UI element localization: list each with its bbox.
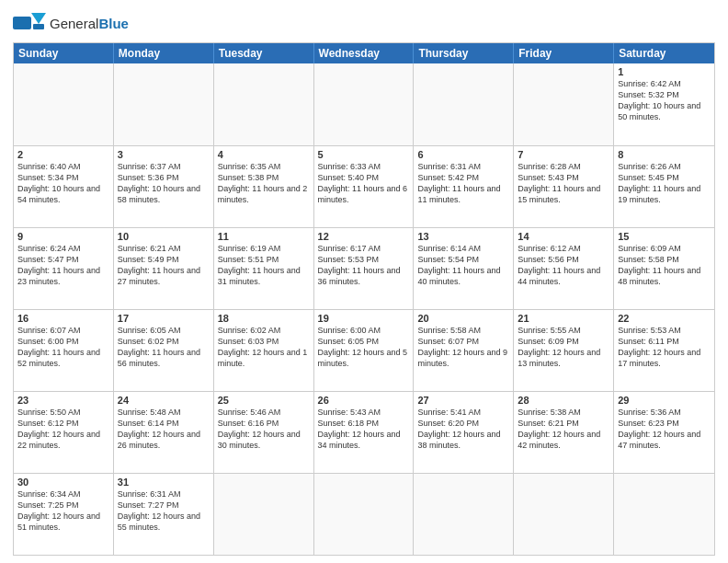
- day-number: 8: [618, 149, 711, 160]
- calendar: SundayMondayTuesdayWednesdayThursdayFrid…: [13, 42, 715, 556]
- calendar-body: 1Sunrise: 6:42 AM Sunset: 5:32 PM Daylig…: [14, 63, 714, 555]
- calendar-cell: [414, 474, 514, 555]
- day-info: Sunrise: 5:36 AM Sunset: 6:23 PM Dayligh…: [618, 407, 711, 452]
- day-number: 20: [417, 313, 509, 324]
- calendar-cell: [214, 63, 314, 145]
- calendar-cell: 16Sunrise: 6:07 AM Sunset: 6:00 PM Dayli…: [14, 310, 114, 391]
- calendar-cell: [314, 474, 415, 555]
- header: GeneralBlue: [13, 9, 715, 37]
- day-info: Sunrise: 6:05 AM Sunset: 6:02 PM Dayligh…: [118, 325, 210, 370]
- day-info: Sunrise: 6:24 AM Sunset: 5:47 PM Dayligh…: [17, 243, 109, 288]
- day-number: 10: [118, 231, 210, 242]
- day-info: Sunrise: 5:53 AM Sunset: 6:11 PM Dayligh…: [618, 325, 711, 370]
- day-info: Sunrise: 6:00 AM Sunset: 6:05 PM Dayligh…: [318, 325, 410, 370]
- day-info: Sunrise: 6:02 AM Sunset: 6:03 PM Dayligh…: [218, 325, 310, 370]
- day-number: 22: [618, 313, 711, 324]
- day-number: 18: [218, 313, 310, 324]
- day-info: Sunrise: 6:21 AM Sunset: 5:49 PM Dayligh…: [118, 243, 210, 288]
- day-number: 14: [518, 231, 609, 242]
- day-info: Sunrise: 6:31 AM Sunset: 5:42 PM Dayligh…: [417, 161, 509, 206]
- day-number: 26: [318, 395, 410, 406]
- day-info: Sunrise: 6:19 AM Sunset: 5:51 PM Dayligh…: [218, 243, 310, 288]
- day-number: 27: [417, 395, 509, 406]
- calendar-week-1: 1Sunrise: 6:42 AM Sunset: 5:32 PM Daylig…: [14, 63, 714, 145]
- day-number: 15: [618, 231, 711, 242]
- day-info: Sunrise: 6:37 AM Sunset: 5:36 PM Dayligh…: [118, 161, 210, 206]
- calendar-cell: 14Sunrise: 6:12 AM Sunset: 5:56 PM Dayli…: [514, 228, 614, 309]
- day-number: 6: [417, 149, 509, 160]
- day-number: 23: [17, 395, 109, 406]
- day-number: 11: [218, 231, 310, 242]
- calendar-cell: 1Sunrise: 6:42 AM Sunset: 5:32 PM Daylig…: [614, 63, 714, 145]
- calendar-cell: 27Sunrise: 5:41 AM Sunset: 6:20 PM Dayli…: [414, 392, 514, 473]
- calendar-cell: 22Sunrise: 5:53 AM Sunset: 6:11 PM Dayli…: [614, 310, 714, 391]
- calendar-cell: [214, 474, 314, 555]
- day-number: 28: [518, 395, 609, 406]
- calendar-cell: 17Sunrise: 6:05 AM Sunset: 6:02 PM Dayli…: [114, 310, 214, 391]
- calendar-cell: [614, 474, 714, 555]
- day-info: Sunrise: 6:09 AM Sunset: 5:58 PM Dayligh…: [618, 243, 711, 288]
- logo-area: GeneralBlue: [13, 9, 129, 37]
- day-number: 12: [318, 231, 410, 242]
- calendar-cell: 11Sunrise: 6:19 AM Sunset: 5:51 PM Dayli…: [214, 228, 314, 309]
- calendar-cell: 4Sunrise: 6:35 AM Sunset: 5:38 PM Daylig…: [214, 146, 314, 227]
- header-day-monday: Monday: [114, 43, 214, 63]
- calendar-cell: [14, 63, 114, 145]
- generalblue-logo-icon: [13, 9, 46, 37]
- calendar-header: SundayMondayTuesdayWednesdayThursdayFrid…: [14, 43, 714, 63]
- calendar-cell: [514, 63, 614, 145]
- day-number: 5: [318, 149, 410, 160]
- day-number: 30: [17, 477, 109, 488]
- day-info: Sunrise: 6:28 AM Sunset: 5:43 PM Dayligh…: [518, 161, 609, 206]
- day-info: Sunrise: 6:40 AM Sunset: 5:34 PM Dayligh…: [17, 161, 109, 206]
- day-number: 4: [218, 149, 310, 160]
- calendar-cell: 24Sunrise: 5:48 AM Sunset: 6:14 PM Dayli…: [114, 392, 214, 473]
- header-day-friday: Friday: [514, 43, 614, 63]
- calendar-cell: 9Sunrise: 6:24 AM Sunset: 5:47 PM Daylig…: [14, 228, 114, 309]
- day-number: 3: [118, 149, 210, 160]
- day-info: Sunrise: 5:58 AM Sunset: 6:07 PM Dayligh…: [417, 325, 509, 370]
- day-number: 1: [618, 66, 711, 77]
- calendar-cell: 28Sunrise: 5:38 AM Sunset: 6:21 PM Dayli…: [514, 392, 614, 473]
- header-day-wednesday: Wednesday: [314, 43, 415, 63]
- day-info: Sunrise: 5:43 AM Sunset: 6:18 PM Dayligh…: [318, 407, 410, 452]
- calendar-cell: [514, 474, 614, 555]
- calendar-cell: 23Sunrise: 5:50 AM Sunset: 6:12 PM Dayli…: [14, 392, 114, 473]
- day-info: Sunrise: 6:14 AM Sunset: 5:54 PM Dayligh…: [417, 243, 509, 288]
- day-info: Sunrise: 6:34 AM Sunset: 7:25 PM Dayligh…: [17, 488, 109, 534]
- logo-text: GeneralBlue: [50, 17, 129, 30]
- calendar-cell: 3Sunrise: 6:37 AM Sunset: 5:36 PM Daylig…: [114, 146, 214, 227]
- calendar-cell: 6Sunrise: 6:31 AM Sunset: 5:42 PM Daylig…: [414, 146, 514, 227]
- calendar-week-4: 16Sunrise: 6:07 AM Sunset: 6:00 PM Dayli…: [14, 309, 714, 391]
- header-day-sunday: Sunday: [14, 43, 114, 63]
- calendar-cell: 26Sunrise: 5:43 AM Sunset: 6:18 PM Dayli…: [314, 392, 415, 473]
- calendar-cell: [314, 63, 415, 145]
- header-day-saturday: Saturday: [614, 43, 714, 63]
- day-number: 7: [518, 149, 609, 160]
- day-number: 25: [218, 395, 310, 406]
- calendar-cell: 20Sunrise: 5:58 AM Sunset: 6:07 PM Dayli…: [414, 310, 514, 391]
- day-number: 29: [618, 395, 711, 406]
- day-info: Sunrise: 5:55 AM Sunset: 6:09 PM Dayligh…: [518, 325, 609, 370]
- svg-marker-1: [31, 13, 46, 24]
- day-info: Sunrise: 6:33 AM Sunset: 5:40 PM Dayligh…: [318, 161, 410, 206]
- day-info: Sunrise: 6:31 AM Sunset: 7:27 PM Dayligh…: [118, 488, 210, 534]
- day-info: Sunrise: 6:12 AM Sunset: 5:56 PM Dayligh…: [518, 243, 609, 288]
- calendar-cell: [414, 63, 514, 145]
- day-number: 2: [17, 149, 109, 160]
- day-number: 17: [118, 313, 210, 324]
- day-number: 13: [417, 231, 509, 242]
- calendar-cell: 8Sunrise: 6:26 AM Sunset: 5:45 PM Daylig…: [614, 146, 714, 227]
- day-info: Sunrise: 5:41 AM Sunset: 6:20 PM Dayligh…: [417, 407, 509, 452]
- day-info: Sunrise: 5:48 AM Sunset: 6:14 PM Dayligh…: [118, 407, 210, 452]
- calendar-cell: 10Sunrise: 6:21 AM Sunset: 5:49 PM Dayli…: [114, 228, 214, 309]
- calendar-cell: 2Sunrise: 6:40 AM Sunset: 5:34 PM Daylig…: [14, 146, 114, 227]
- calendar-week-5: 23Sunrise: 5:50 AM Sunset: 6:12 PM Dayli…: [14, 391, 714, 473]
- calendar-cell: 21Sunrise: 5:55 AM Sunset: 6:09 PM Dayli…: [514, 310, 614, 391]
- calendar-cell: 7Sunrise: 6:28 AM Sunset: 5:43 PM Daylig…: [514, 146, 614, 227]
- calendar-cell: 29Sunrise: 5:36 AM Sunset: 6:23 PM Dayli…: [614, 392, 714, 473]
- day-info: Sunrise: 5:50 AM Sunset: 6:12 PM Dayligh…: [17, 407, 109, 452]
- calendar-cell: 18Sunrise: 6:02 AM Sunset: 6:03 PM Dayli…: [214, 310, 314, 391]
- calendar-cell: 31Sunrise: 6:31 AM Sunset: 7:27 PM Dayli…: [114, 474, 214, 555]
- day-number: 24: [118, 395, 210, 406]
